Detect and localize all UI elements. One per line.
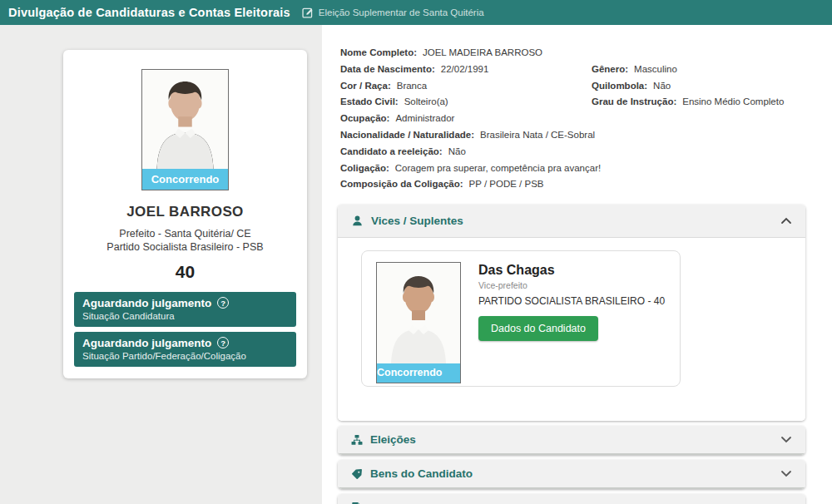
question-circle-icon[interactable]: ?	[217, 297, 229, 309]
vices-section-header[interactable]: Vices / Suplentes	[338, 205, 805, 238]
accordion-header-eleicoes[interactable]: Eleições	[338, 426, 805, 455]
election-selector[interactable]: Eleição Suplementar de Santa Quitéria	[302, 7, 484, 18]
candidate-photo-image	[142, 70, 228, 169]
accordion-header-propostas[interactable]: Propostas	[338, 494, 805, 504]
detail-field: Ocupação:Administrador	[340, 111, 592, 127]
details-column-right: Gênero:Masculino Quilombola:Não Grau de …	[592, 45, 784, 193]
section-bens: Bens do Candidato	[338, 460, 805, 489]
section-title: Vices / Suplentes	[371, 215, 463, 227]
status-value: Aguardando julgamento	[82, 337, 211, 349]
status-label: Situação Partido/Federação/Coligação	[82, 351, 288, 361]
vice-info: Das Chagas Vice-prefeito PARTIDO SOCIALI…	[478, 262, 665, 386]
tag-icon	[351, 468, 363, 480]
section-eleicoes: Eleições	[338, 426, 805, 455]
party-status-box: Aguardando julgamento ? Situação Partido…	[74, 332, 296, 367]
vice-party: PARTIDO SOCIALISTA BRASILEIRO - 40	[478, 295, 665, 307]
candidate-name: JOEL BARROSO	[63, 204, 307, 220]
detail-field: Data de Nascimento:22/02/1991	[340, 62, 592, 78]
section-propostas: Propostas	[338, 494, 805, 504]
detail-field: Candidato a reeleição:Não	[340, 144, 592, 161]
page-body: Concorrendo JOEL BARROSO Prefeito - Sant…	[0, 25, 832, 504]
candidate-photo: Concorrendo	[141, 69, 229, 190]
election-name: Eleição Suplementar de Santa Quitéria	[319, 7, 484, 17]
right-panel: Nome Completo:JOEL MADEIRA BARROSO Data …	[322, 25, 832, 504]
detail-field: Grau de Instrução:Ensino Médio Completo	[592, 94, 784, 111]
vice-card: Concorrendo Das Chagas Vice-prefeito PAR…	[361, 250, 681, 387]
vice-data-button[interactable]: Dados do Candidato	[478, 316, 598, 341]
detail-field: Cor / Raça:Branca	[340, 78, 592, 95]
detail-field: Estado Civil:Solteiro(a)	[340, 94, 592, 111]
sitemap-icon	[351, 434, 363, 446]
detail-field: Quilombola:Não	[592, 78, 784, 95]
candidate-party: Partido Socialista Brasileiro - PSB	[63, 240, 307, 254]
chevron-down-icon[interactable]	[780, 435, 792, 444]
ballot-number: 40	[63, 262, 307, 282]
section-vices-suplentes: Vices / Suplentes	[338, 205, 805, 421]
chevron-up-icon[interactable]	[780, 216, 792, 225]
detail-field: Gênero:Masculino	[592, 62, 784, 78]
app-title: Divulgação de Candidaturas e Contas Elei…	[8, 6, 290, 19]
vice-photo-image	[377, 263, 460, 363]
vice-photo: Concorrendo	[376, 262, 461, 383]
detail-field: Nome Completo:JOEL MADEIRA BARROSO	[340, 45, 592, 62]
candidate-office: Prefeito - Santa Quitéria/ CE	[63, 227, 307, 240]
vices-section-body: Concorrendo Das Chagas Vice-prefeito PAR…	[338, 250, 805, 421]
question-circle-icon[interactable]: ?	[217, 337, 229, 348]
detail-field: Composição da Coligação:PP / PODE / PSB	[340, 176, 592, 193]
section-title: Eleições	[370, 433, 416, 446]
status-value: Aguardando julgamento	[82, 297, 211, 309]
accordion-header-bens[interactable]: Bens do Candidato	[338, 460, 805, 489]
status-badge: Concorrendo	[142, 169, 228, 190]
detail-field: Nacionalidade / Naturalidade:Brasileira …	[340, 127, 592, 144]
candidate-card: Concorrendo JOEL BARROSO Prefeito - Sant…	[63, 50, 307, 378]
left-panel: Concorrendo JOEL BARROSO Prefeito - Sant…	[0, 25, 322, 504]
app-header: Divulgação de Candidaturas e Contas Elei…	[0, 0, 832, 25]
status-badge: Concorrendo	[377, 363, 460, 383]
candidacy-status-box: Aguardando julgamento ? Situação Candida…	[74, 292, 296, 327]
edit-icon	[302, 7, 314, 18]
vice-role: Vice-prefeito	[478, 280, 665, 290]
status-label: Situação Candidatura	[82, 311, 288, 321]
section-title: Bens do Candidato	[370, 467, 473, 480]
detail-field: Coligação:Coragem pra superar, competênc…	[340, 161, 592, 177]
chevron-down-icon[interactable]	[780, 469, 792, 478]
details-column-left: Nome Completo:JOEL MADEIRA BARROSO Data …	[340, 45, 592, 193]
vice-name: Das Chagas	[478, 263, 665, 278]
candidate-details: Nome Completo:JOEL MADEIRA BARROSO Data …	[340, 45, 832, 193]
person-icon	[351, 215, 364, 227]
